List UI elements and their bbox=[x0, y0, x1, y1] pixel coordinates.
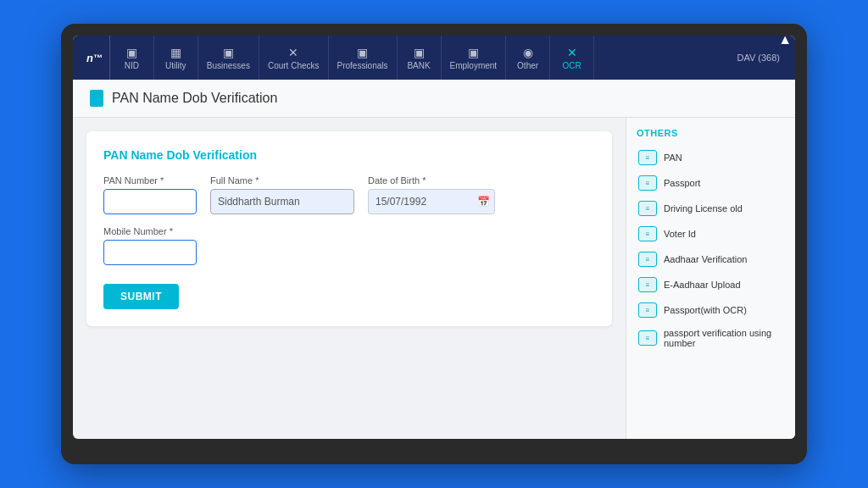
nav-item-nid[interactable]: ▣ NID bbox=[110, 36, 154, 80]
sidebar-item-passport-ocr[interactable]: ≡ Passport(with OCR) bbox=[633, 297, 788, 323]
page-title: PAN Name Dob Verification bbox=[112, 91, 277, 106]
professionals-icon: ▣ bbox=[357, 46, 368, 59]
main-area: PAN Name Dob Verification PAN Number * F… bbox=[73, 118, 795, 439]
passport-verification-sidebar-icon: ≡ bbox=[638, 330, 657, 346]
nav-item-court-checks[interactable]: ✕ Court Checks bbox=[259, 36, 329, 80]
fullname-input[interactable] bbox=[210, 189, 354, 214]
businesses-icon: ▣ bbox=[223, 46, 234, 59]
nav-item-professionals[interactable]: ▣ Professionals bbox=[329, 36, 398, 80]
sidebar-item-aadhaar-verification[interactable]: ≡ Aadhaar Verification bbox=[633, 247, 788, 272]
pan-label: PAN Number * bbox=[103, 175, 197, 186]
nid-icon: ▣ bbox=[126, 46, 137, 59]
sidebar: OTHERS ≡ PAN ≡ Passport ≡ Driving Licens… bbox=[626, 118, 795, 439]
sidebar-item-voter-id[interactable]: ≡ Voter Id bbox=[633, 221, 788, 247]
nav-items: ▣ NID ▦ Utility ▣ Businesses ✕ Court Che… bbox=[110, 36, 729, 80]
sidebar-item-e-aadhaar-upload[interactable]: ≡ E-Aadhaar Upload bbox=[633, 272, 788, 297]
form-panel: PAN Name Dob Verification PAN Number * F… bbox=[73, 118, 626, 439]
fullname-label: Full Name * bbox=[210, 175, 354, 186]
e-aadhaar-upload-sidebar-icon: ≡ bbox=[638, 277, 657, 292]
nav-item-businesses[interactable]: ▣ Businesses bbox=[198, 36, 259, 80]
pan-sidebar-icon: ≡ bbox=[638, 150, 657, 165]
page-header-icon bbox=[90, 90, 103, 107]
other-icon: ◉ bbox=[523, 46, 533, 59]
calendar-icon: 📅 bbox=[477, 196, 490, 208]
pan-input[interactable] bbox=[103, 189, 197, 214]
form-card: PAN Name Dob Verification PAN Number * F… bbox=[86, 131, 612, 326]
sidebar-item-driving-license-old[interactable]: ≡ Driving License old bbox=[633, 196, 788, 221]
dob-wrapper: 📅 bbox=[368, 189, 495, 214]
navbar: n™ ▣ NID ▦ Utility ▣ Businesses bbox=[73, 36, 795, 80]
dob-input[interactable] bbox=[368, 189, 495, 214]
page-header: PAN Name Dob Verification bbox=[73, 80, 795, 118]
utility-icon: ▦ bbox=[170, 46, 181, 59]
pan-group: PAN Number * bbox=[103, 175, 197, 214]
nav-item-employment[interactable]: ▣ Employment bbox=[442, 36, 507, 80]
form-row-1: PAN Number * Full Name * Date of Birth *… bbox=[103, 175, 595, 214]
dob-label: Date of Birth * bbox=[368, 175, 495, 186]
employment-icon: ▣ bbox=[468, 46, 479, 59]
aadhaar-verification-sidebar-icon: ≡ bbox=[638, 252, 657, 267]
voter-id-sidebar-icon: ≡ bbox=[638, 226, 657, 241]
sidebar-item-passport[interactable]: ≡ Passport bbox=[633, 170, 788, 196]
nav-brand: n™ bbox=[80, 36, 110, 80]
dob-group: Date of Birth * 📅 bbox=[368, 175, 495, 214]
driving-license-sidebar-icon: ≡ bbox=[638, 201, 657, 216]
passport-sidebar-icon: ≡ bbox=[638, 175, 657, 191]
ocr-icon: ✕ bbox=[567, 46, 577, 59]
passport-ocr-sidebar-icon: ≡ bbox=[638, 302, 657, 318]
laptop-frame: ▲ n™ ▣ NID ▦ Utility ▣ Bus bbox=[61, 24, 807, 464]
brand-logo: ▲ bbox=[778, 32, 792, 47]
form-row-2: Mobile Number * bbox=[103, 226, 595, 265]
sidebar-section-title: OTHERS bbox=[633, 128, 788, 138]
mobile-label: Mobile Number * bbox=[103, 226, 197, 236]
mobile-input[interactable] bbox=[103, 240, 197, 265]
fullname-group: Full Name * bbox=[210, 175, 354, 214]
form-card-title: PAN Name Dob Verification bbox=[103, 148, 595, 162]
mobile-group: Mobile Number * bbox=[103, 226, 197, 265]
dav-badge: DAV (368) bbox=[728, 53, 788, 63]
bank-icon: ▣ bbox=[414, 46, 425, 59]
sidebar-item-passport-verification-number[interactable]: ≡ passport verification using number bbox=[633, 323, 788, 353]
court-checks-icon: ✕ bbox=[288, 46, 298, 59]
sidebar-item-pan[interactable]: ≡ PAN bbox=[633, 145, 788, 170]
nav-item-bank[interactable]: ▣ BANK bbox=[398, 36, 442, 80]
nav-item-utility[interactable]: ▦ Utility bbox=[154, 36, 198, 80]
submit-button[interactable]: SUBMIT bbox=[103, 284, 179, 309]
nav-item-other[interactable]: ◉ Other bbox=[506, 36, 550, 80]
screen: n™ ▣ NID ▦ Utility ▣ Businesses bbox=[73, 36, 795, 439]
nav-item-ocr[interactable]: ✕ OCR bbox=[550, 36, 594, 80]
